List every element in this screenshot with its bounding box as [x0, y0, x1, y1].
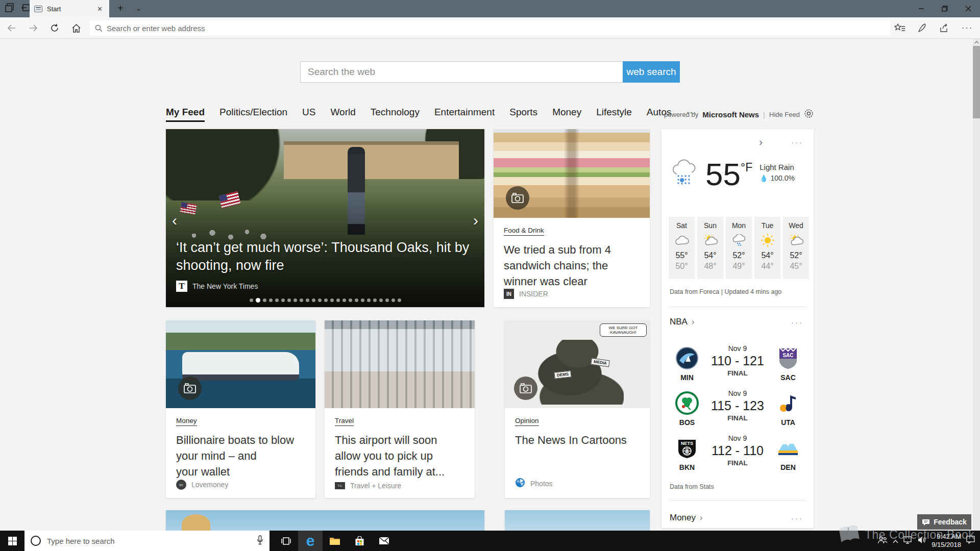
opinion-headline[interactable]: The News In Cartoons [515, 432, 640, 448]
taskbar-search-input[interactable] [47, 537, 251, 545]
weather-current[interactable]: 55 °F Light Rain 💧 100.0% [670, 159, 795, 190]
feed-tab-technology[interactable]: Technology [371, 107, 420, 118]
money-section-header[interactable]: Money › [670, 513, 702, 523]
carousel-dots[interactable] [166, 298, 484, 303]
carousel-dot[interactable] [263, 298, 266, 302]
hero-headline[interactable]: ‘It can’t get much worse’: Thousand Oaks… [176, 239, 472, 274]
taskbar-file-explorer-icon[interactable] [323, 531, 347, 551]
carousel-dot[interactable] [361, 298, 364, 302]
refresh-button[interactable] [46, 19, 63, 37]
address-input[interactable] [107, 24, 885, 33]
carousel-dot[interactable] [300, 298, 303, 302]
feedback-button[interactable]: Feedback [917, 514, 971, 530]
carousel-dot[interactable] [373, 298, 377, 302]
nba-game-row[interactable]: BOS Nov 9 115 - 123 FINAL UTA [662, 388, 814, 432]
forecast-day-sat[interactable]: Sat 55° 50° [669, 217, 695, 279]
carousel-dot[interactable] [391, 298, 395, 302]
hide-feed-button[interactable]: Hide Feed [769, 111, 800, 118]
tabs-set-aside-icon[interactable] [5, 3, 14, 14]
nba-game-row[interactable]: NETSB BKN Nov 9 112 - 110 FINAL DEN [662, 433, 814, 477]
feed-settings-gear-icon[interactable] [804, 109, 814, 120]
nba-section-header[interactable]: NBA › [670, 317, 694, 327]
travel-news-card[interactable]: Travel This airport will soon allow you … [325, 320, 475, 498]
money-news-card[interactable]: Money Billionaire boats to blow your min… [166, 320, 315, 498]
carousel-dot[interactable] [287, 298, 291, 302]
favorites-hub-icon[interactable] [891, 19, 909, 37]
taskbar-edge-icon[interactable]: e [298, 531, 323, 551]
settings-more-icon[interactable]: ··· [959, 19, 976, 37]
carousel-dot[interactable] [355, 298, 358, 302]
carousel-prev-icon[interactable]: ‹ [168, 210, 181, 231]
money-chevron-icon[interactable]: › [700, 513, 702, 522]
new-tab-button[interactable]: + [114, 2, 127, 15]
feed-tab-world[interactable]: World [331, 107, 356, 118]
tab-start[interactable]: Start ✕ [30, 0, 109, 17]
restore-button[interactable] [933, 0, 957, 17]
feed-tab-politics[interactable]: Politics/Election [219, 107, 287, 118]
carousel-dot[interactable] [318, 298, 322, 302]
opinion-news-card[interactable]: WE SURE GOT KAVANAUGH! MEDIA DEMS Opinio… [505, 320, 650, 498]
nba-menu-icon[interactable]: ··· [791, 318, 803, 327]
category-label[interactable]: Food & Drink [504, 227, 544, 236]
carousel-dot[interactable] [379, 298, 383, 302]
carousel-dot[interactable] [275, 298, 279, 302]
close-window-button[interactable] [957, 0, 980, 17]
carousel-dot[interactable] [324, 298, 328, 302]
scrollbar-thumb[interactable] [973, 46, 980, 118]
network-icon[interactable] [903, 536, 913, 546]
carousel-dot[interactable] [256, 298, 260, 303]
web-note-pen-icon[interactable] [914, 19, 931, 37]
carousel-dot[interactable] [306, 298, 309, 302]
address-bar[interactable] [90, 20, 890, 36]
feed-tab-us[interactable]: US [302, 107, 315, 118]
forward-button[interactable] [24, 19, 42, 37]
money-menu-icon[interactable]: ··· [791, 514, 803, 522]
forecast-day-mon[interactable]: Mon 52° 49° [726, 217, 752, 279]
carousel-dot[interactable] [250, 298, 253, 302]
share-icon[interactable] [936, 19, 953, 37]
category-label[interactable]: Opinion [515, 417, 539, 426]
forecast-day-sun[interactable]: Sun 54° 48° [697, 217, 723, 279]
weather-expand-chevron-icon[interactable]: › [759, 136, 763, 148]
web-search-button[interactable]: web search [623, 61, 680, 83]
taskbar-search-box[interactable] [24, 531, 270, 551]
food-headline[interactable]: We tried a sub from 4 sandwich chains; t… [504, 242, 640, 290]
nba-title[interactable]: NBA [670, 317, 688, 327]
carousel-dot[interactable] [281, 298, 285, 302]
carousel-dot[interactable] [385, 298, 389, 302]
start-button[interactable] [0, 531, 24, 551]
feed-tab-sports[interactable]: Sports [509, 107, 537, 118]
scrollbar-up-icon[interactable] [973, 39, 980, 46]
feed-tab-my-feed[interactable]: My Feed [166, 107, 205, 122]
taskbar-clock[interactable]: 9:42 AM 9/15/2018 [932, 533, 961, 549]
carousel-dot[interactable] [349, 298, 352, 302]
action-center-icon[interactable] [966, 536, 975, 546]
carousel-next-icon[interactable]: › [469, 210, 482, 231]
partial-news-card[interactable] [505, 510, 650, 531]
category-label[interactable]: Travel [335, 417, 354, 426]
category-label[interactable]: Money [176, 417, 197, 426]
taskbar-mail-icon[interactable] [372, 531, 396, 551]
weather-menu-icon[interactable]: ··· [791, 138, 803, 146]
hero-news-card[interactable]: ‘It can’t get much worse’: Thousand Oaks… [166, 129, 484, 307]
travel-headline[interactable]: This airport will soon allow you to pick… [335, 432, 464, 480]
carousel-dot[interactable] [367, 298, 371, 302]
home-button[interactable] [67, 19, 85, 37]
carousel-dot[interactable] [293, 298, 297, 302]
taskbar-store-icon[interactable] [347, 531, 372, 551]
carousel-dot[interactable] [312, 298, 315, 302]
back-button[interactable] [3, 19, 20, 37]
web-search-input[interactable] [300, 61, 623, 83]
page-scrollbar[interactable] [973, 39, 980, 531]
carousel-dot[interactable] [269, 298, 273, 302]
forecast-day-tue[interactable]: Tue 54° 44° [754, 217, 780, 279]
carousel-dot[interactable] [398, 298, 401, 302]
nba-chevron-icon[interactable]: › [692, 317, 694, 327]
minimize-button[interactable] [910, 0, 933, 17]
carousel-dot[interactable] [342, 298, 346, 302]
tab-preview-chevron-icon[interactable]: ⌄ [133, 4, 144, 13]
tab-close-icon[interactable]: ✕ [95, 4, 105, 14]
carousel-dot[interactable] [336, 298, 340, 302]
microsoft-news-brand[interactable]: Microsoft News [702, 110, 759, 119]
people-icon[interactable] [877, 536, 888, 546]
